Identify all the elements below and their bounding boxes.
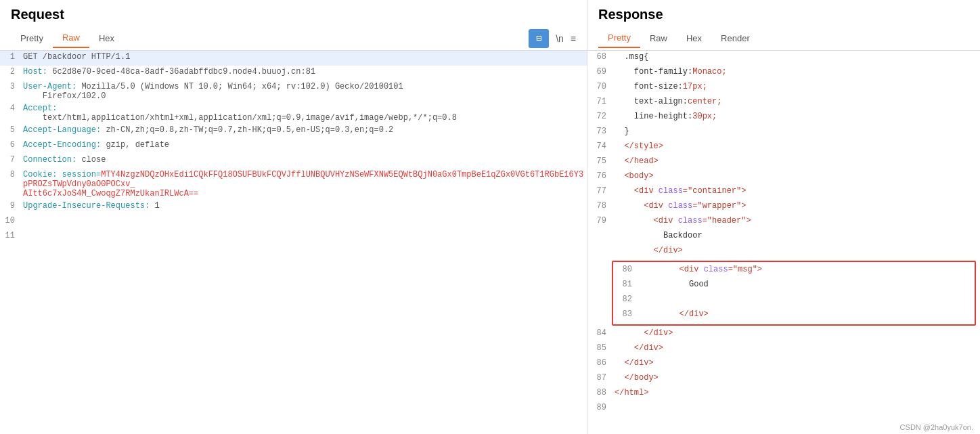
request-line-5: 5 Accept-Language: zh-CN,zh;q=0.8,zh-TW;… bbox=[0, 124, 587, 139]
resp-line-87: 87 </body> bbox=[587, 372, 980, 387]
tab-hex-response[interactable]: Hex bbox=[677, 29, 711, 47]
request-line-1: 1 GET /backdoor HTTP/1.1 bbox=[0, 51, 587, 66]
request-line-10: 10 bbox=[0, 215, 587, 230]
resp-line-79-close: </div> bbox=[587, 244, 980, 259]
resp-line-78: 78 <div class="wrapper"> bbox=[587, 200, 980, 215]
resp-line-84: 84 </div> bbox=[587, 327, 980, 342]
request-line-3: 3 User-Agent: Mozilla/5.0 (Windows NT 10… bbox=[0, 81, 587, 102]
resp-line-75: 75 </head> bbox=[587, 155, 980, 170]
tab-raw-response[interactable]: Raw bbox=[640, 29, 677, 47]
resp-line-72: 72 line-height:30px; bbox=[587, 110, 980, 125]
resp-line-82: 82 bbox=[613, 293, 975, 308]
tab-pretty-request[interactable]: Pretty bbox=[11, 29, 53, 47]
resp-line-70: 70 font-size:17px; bbox=[587, 81, 980, 95]
response-code-area: 68 .msg{ 69 font-family:Monaco; 70 font-… bbox=[587, 51, 980, 420]
footer-text: CSDN @2ha0yuk7on. bbox=[587, 420, 980, 434]
resp-line-88: 88 </html> bbox=[587, 387, 980, 402]
menu-icon[interactable]: ≡ bbox=[571, 33, 576, 44]
resp-line-74: 74 </style> bbox=[587, 140, 980, 155]
resp-line-81: 81 Good bbox=[613, 278, 975, 293]
response-title: Response bbox=[587, 0, 980, 26]
request-line-11: 11 bbox=[0, 230, 587, 244]
request-line-9: 9 Upgrade-Insecure-Requests: 1 bbox=[0, 200, 587, 215]
request-line-4: 4 Accept: text/html,application/xhtml+xm… bbox=[0, 102, 587, 124]
newline-icon[interactable]: \n bbox=[556, 33, 564, 44]
request-title: Request bbox=[0, 0, 587, 26]
tab-pretty-response[interactable]: Pretty bbox=[598, 28, 640, 48]
request-line-8: 8 Cookie: session=MTY4NzgzNDQzOHxEdi1CQk… bbox=[0, 169, 587, 200]
request-line-6: 6 Accept-Encoding: gzip, deflate bbox=[0, 139, 587, 154]
resp-line-69: 69 font-family:Monaco; bbox=[587, 66, 980, 81]
resp-line-76: 76 <body> bbox=[587, 170, 980, 185]
request-line-7: 7 Connection: close bbox=[0, 154, 587, 169]
resp-line-85: 85 </div> bbox=[587, 342, 980, 357]
resp-line-79-text: Backdoor bbox=[587, 230, 980, 244]
resp-line-77: 77 <div class="container"> bbox=[587, 185, 980, 200]
resp-line-83: 83 </div> bbox=[613, 308, 975, 323]
copy-icon[interactable]: ⊟ bbox=[529, 29, 549, 48]
resp-line-68: 68 .msg{ bbox=[587, 51, 980, 66]
tab-render-response[interactable]: Render bbox=[711, 29, 759, 47]
response-tab-bar: Pretty Raw Hex Render bbox=[587, 26, 980, 51]
request-tab-bar: Pretty Raw Hex ⊟ \n ≡ bbox=[0, 26, 587, 51]
highlighted-box: 80 <div class="msg"> 81 Good 82 83 bbox=[612, 261, 976, 326]
resp-line-73: 73 } bbox=[587, 125, 980, 140]
resp-line-79: 79 <div class="header"> bbox=[587, 215, 980, 230]
tab-hex-request[interactable]: Hex bbox=[89, 29, 124, 47]
resp-line-80: 80 <div class="msg"> bbox=[613, 263, 975, 278]
main-container: Request Pretty Raw Hex ⊟ \n ≡ 1 GET /bac… bbox=[0, 0, 980, 434]
resp-line-86: 86 </div> bbox=[587, 357, 980, 372]
tab-raw-request[interactable]: Raw bbox=[53, 28, 89, 48]
request-code-area: 1 GET /backdoor HTTP/1.1 2 Host: 6c2d8e7… bbox=[0, 51, 587, 434]
left-panel: Request Pretty Raw Hex ⊟ \n ≡ 1 GET /bac… bbox=[0, 0, 587, 434]
resp-line-71: 71 text-align:center; bbox=[587, 95, 980, 110]
request-line-2: 2 Host: 6c2d8e70-9ced-48ca-8adf-36adabff… bbox=[0, 66, 587, 81]
resp-line-89: 89 bbox=[587, 402, 980, 416]
right-panel: Response Pretty Raw Hex Render 68 .msg{ … bbox=[587, 0, 980, 434]
